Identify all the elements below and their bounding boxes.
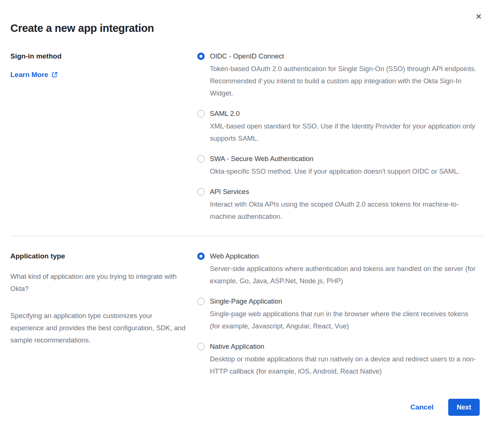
sign-in-method-left-column: Sign-in method Learn More: [10, 52, 197, 79]
radio-option-web-application[interactable]: Web Application Server-side applications…: [197, 252, 482, 287]
radio-option-label: OIDC - OpenID Connect: [210, 52, 479, 61]
radio-option-label: Single-Page Application: [210, 297, 479, 306]
application-type-left-column: Application type What kind of applicatio…: [10, 252, 197, 346]
radio-option-description: Interact with Okta APIs using the scoped…: [210, 198, 479, 223]
radio-icon[interactable]: [197, 343, 205, 350]
radio-option-swa-secure-web-authentication[interactable]: SWA - Secure Web Authentication Okta-spe…: [197, 154, 482, 177]
application-type-hint: Specifying an application type customize…: [10, 310, 187, 346]
radio-icon[interactable]: [197, 298, 205, 305]
radio-option-label: API Services: [210, 187, 479, 196]
radio-icon[interactable]: [197, 53, 205, 60]
radio-option-single-page-application[interactable]: Single-Page Application Single-page web …: [197, 297, 482, 332]
radio-option-saml-2-0[interactable]: SAML 2.0 XML-based open standard for SSO…: [197, 109, 482, 144]
application-type-section: Application type What kind of applicatio…: [10, 236, 482, 377]
application-type-label: Application type: [10, 252, 197, 260]
radio-option-api-services[interactable]: API Services Interact with Okta APIs usi…: [197, 187, 482, 223]
radio-option-body: Single-Page Application Single-page web …: [210, 297, 479, 332]
radio-option-body: OIDC - OpenID Connect Token-based OAuth …: [210, 52, 479, 99]
radio-icon[interactable]: [197, 253, 205, 260]
radio-icon[interactable]: [197, 188, 205, 195]
sign-in-method-section: Sign-in method Learn More OIDC - OpenID …: [10, 52, 482, 223]
radio-option-label: SAML 2.0: [210, 109, 479, 118]
radio-option-body: Web Application Server-side applications…: [210, 252, 479, 287]
radio-option-body: API Services Interact with Okta APIs usi…: [210, 187, 479, 223]
application-type-options: Web Application Server-side applications…: [197, 252, 482, 377]
radio-option-body: Native Application Desktop or mobile app…: [210, 342, 479, 377]
radio-option-oidc-openid-connect[interactable]: OIDC - OpenID Connect Token-based OAuth …: [197, 52, 482, 99]
next-button[interactable]: Next: [448, 399, 480, 416]
close-icon[interactable]: ✕: [475, 13, 482, 20]
page-title: Create a new app integration: [10, 21, 482, 35]
learn-more-label: Learn More: [10, 70, 48, 79]
external-link-icon: [51, 71, 58, 78]
radio-option-description: XML-based open standard for SSO. Use if …: [210, 120, 479, 144]
application-type-question: What kind of application are you trying …: [10, 270, 187, 295]
create-app-integration-dialog: ✕ Create a new app integration Sign-in m…: [0, 0, 493, 448]
cancel-button[interactable]: Cancel: [410, 403, 433, 411]
radio-option-label: Web Application: [210, 252, 479, 261]
radio-icon[interactable]: [197, 155, 205, 163]
learn-more-link[interactable]: Learn More: [10, 70, 58, 79]
radio-icon[interactable]: [197, 110, 205, 117]
sign-in-method-options: OIDC - OpenID Connect Token-based OAuth …: [197, 52, 482, 223]
radio-option-native-application[interactable]: Native Application Desktop or mobile app…: [197, 342, 482, 377]
radio-option-body: SWA - Secure Web Authentication Okta-spe…: [210, 154, 460, 177]
radio-option-label: SWA - Secure Web Authentication: [210, 154, 460, 163]
dialog-footer: Cancel Next: [10, 399, 482, 416]
radio-option-description: Token-based OAuth 2.0 authentication for…: [210, 63, 479, 99]
radio-option-description: Desktop or mobile applications that run …: [210, 353, 479, 377]
radio-option-description: Server-side applications where authentic…: [210, 263, 479, 287]
radio-option-description: Single-page web applications that run in…: [210, 308, 479, 332]
radio-option-body: SAML 2.0 XML-based open standard for SSO…: [210, 109, 479, 144]
sign-in-method-label: Sign-in method: [10, 52, 197, 60]
radio-option-description: Okta-specific SSO method. Use if your ap…: [210, 165, 460, 177]
radio-option-label: Native Application: [210, 342, 479, 351]
